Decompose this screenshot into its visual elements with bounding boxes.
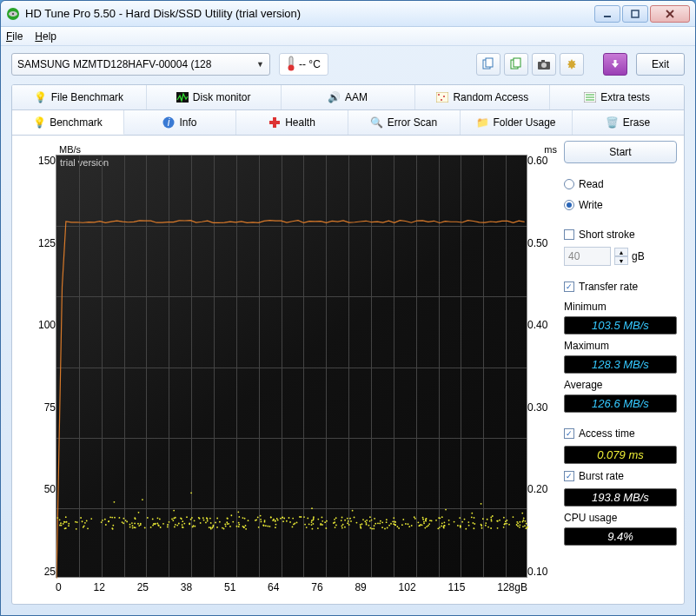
- exit-button[interactable]: Exit: [636, 53, 685, 76]
- tab-extra-tests[interactable]: Extra tests: [550, 85, 684, 109]
- menu-file[interactable]: File: [6, 30, 23, 43]
- svg-point-397: [272, 520, 274, 521]
- burst-rate-check[interactable]: Burst rate: [564, 467, 677, 485]
- svg-point-387: [521, 513, 523, 514]
- svg-point-247: [260, 519, 262, 520]
- svg-point-250: [421, 524, 423, 526]
- svg-point-246: [144, 527, 146, 529]
- svg-point-269: [104, 519, 106, 520]
- tab-random-access[interactable]: Random Access: [415, 85, 550, 109]
- svg-point-238: [138, 512, 140, 513]
- svg-point-354: [213, 525, 215, 527]
- svg-point-65: [335, 517, 337, 519]
- start-button[interactable]: Start: [564, 141, 677, 163]
- app-icon: [6, 7, 20, 21]
- tab-disk-monitor[interactable]: Disk monitor: [147, 85, 282, 109]
- svg-rect-4: [632, 10, 639, 17]
- svg-point-68: [371, 520, 373, 521]
- magnifier-icon: 🔍: [371, 116, 383, 129]
- svg-point-394: [425, 520, 427, 522]
- info-icon: i: [162, 116, 175, 129]
- svg-point-183: [490, 517, 492, 519]
- svg-point-208: [422, 519, 424, 520]
- svg-point-319: [371, 528, 373, 530]
- svg-point-227: [439, 527, 441, 528]
- svg-point-396: [189, 523, 190, 525]
- y-axis-right-label: ms: [544, 144, 557, 155]
- svg-point-374: [408, 523, 409, 525]
- max-value: 128.3 MB/s: [564, 355, 677, 374]
- svg-point-34: [401, 524, 403, 526]
- svg-point-45: [264, 520, 266, 521]
- svg-point-189: [176, 525, 178, 527]
- svg-point-271: [225, 526, 227, 527]
- svg-point-265: [333, 522, 335, 524]
- short-stroke-spinner[interactable]: ▲▼: [614, 248, 628, 265]
- tab-benchmark[interactable]: 💡Benchmark: [12, 110, 124, 135]
- tab-info[interactable]: iInfo: [124, 110, 236, 135]
- svg-point-242: [393, 517, 394, 519]
- svg-point-196: [289, 521, 291, 523]
- bulb-icon: 💡: [35, 91, 47, 103]
- tab-folder-usage[interactable]: 📁Folder Usage: [461, 110, 573, 135]
- svg-point-307: [398, 527, 400, 529]
- svg-point-113: [265, 525, 267, 527]
- svg-point-169: [517, 522, 519, 524]
- svg-point-219: [61, 525, 63, 527]
- svg-point-347: [296, 522, 298, 524]
- svg-point-304: [223, 528, 225, 530]
- svg-point-170: [496, 520, 498, 522]
- tab-file-benchmark[interactable]: 💡File Benchmark: [12, 85, 147, 109]
- svg-point-39: [464, 519, 466, 520]
- svg-point-202: [303, 516, 305, 518]
- svg-point-384: [129, 527, 131, 528]
- access-time-check[interactable]: Access time: [564, 425, 677, 442]
- svg-point-147: [199, 518, 201, 520]
- mode-read-radio[interactable]: Read: [564, 176, 677, 193]
- maximize-button[interactable]: [622, 5, 648, 23]
- svg-point-212: [167, 524, 169, 526]
- copy-results-button[interactable]: [504, 53, 528, 76]
- svg-point-204: [306, 527, 308, 528]
- svg-point-76: [109, 516, 111, 518]
- svg-point-90: [369, 516, 371, 518]
- svg-point-133: [209, 527, 210, 528]
- save-button[interactable]: [603, 53, 627, 76]
- svg-point-237: [65, 516, 67, 518]
- short-stroke-check[interactable]: Short stroke: [564, 226, 677, 243]
- svg-point-152: [504, 524, 506, 526]
- svg-text:i: i: [168, 116, 170, 129]
- access-time-value: 0.079 ms: [564, 446, 677, 464]
- svg-point-268: [242, 517, 244, 519]
- svg-point-198: [181, 518, 182, 520]
- monitor-icon: [176, 91, 189, 103]
- tab-error-scan[interactable]: 🔍Error Scan: [348, 110, 461, 135]
- svg-point-123: [275, 527, 276, 528]
- svg-point-335: [519, 527, 520, 528]
- mode-write-radio[interactable]: Write: [564, 196, 677, 214]
- svg-point-141: [321, 517, 323, 519]
- svg-point-225: [347, 522, 348, 524]
- minimize-button[interactable]: [594, 5, 620, 23]
- close-button[interactable]: [650, 5, 690, 23]
- screenshot-button[interactable]: [532, 53, 556, 76]
- short-stroke-input[interactable]: [564, 247, 611, 266]
- svg-point-116: [105, 524, 107, 526]
- svg-point-20: [441, 99, 442, 101]
- svg-point-290: [312, 528, 314, 530]
- drive-select[interactable]: SAMSUNG MZMTD128HAFV-00004 (128 ▼: [11, 53, 270, 76]
- svg-rect-28: [269, 121, 280, 124]
- copy-info-button[interactable]: [476, 53, 500, 76]
- svg-point-137: [445, 509, 447, 511]
- svg-point-178: [326, 520, 328, 522]
- tab-erase[interactable]: 🗑️Erase: [573, 110, 684, 135]
- svg-point-138: [276, 518, 278, 520]
- menu-help[interactable]: Help: [35, 30, 56, 43]
- transfer-rate-check[interactable]: Transfer rate: [564, 278, 677, 295]
- tab-aam[interactable]: 🔊AAM: [282, 85, 416, 109]
- svg-point-386: [267, 526, 268, 527]
- svg-point-287: [169, 521, 170, 523]
- svg-point-93: [402, 519, 404, 520]
- options-button[interactable]: [560, 53, 584, 76]
- tab-health[interactable]: Health: [236, 110, 348, 135]
